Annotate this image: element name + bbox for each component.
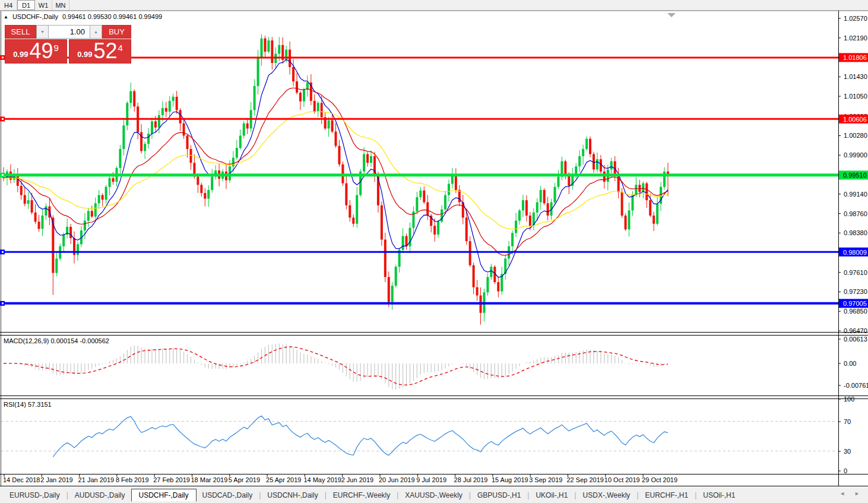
sell-price-button[interactable]: 0.99 49 9 (5, 39, 67, 64)
candle-body (465, 217, 468, 241)
macd-axis-label: 0.00613 (844, 336, 867, 343)
candle-body (585, 139, 588, 149)
date-tick-label: 10 Oct 2019 (604, 476, 640, 483)
candle-body (366, 154, 369, 163)
chart-tab-usdcnh-daily[interactable]: USDCNH-,Daily (261, 489, 324, 501)
candle-body (278, 45, 280, 54)
candle-body (416, 197, 418, 211)
candle-body (426, 203, 429, 216)
price-tick-label: 0.96470 (844, 327, 867, 334)
candle-body (154, 121, 157, 127)
chart-tab-eurchf-h1[interactable]: EURCHF-,H1 (639, 489, 695, 501)
date-tick-label: 5 Apr 2019 (229, 476, 260, 483)
tab-scroll-left-icon[interactable]: ◄ (840, 491, 845, 496)
chart-title: ▲ USDCHF-,Daily 0.99461 0.99530 0.99461 … (4, 13, 162, 20)
level-price-badge-label: 0.98009 (843, 249, 867, 256)
candle-body (261, 39, 263, 58)
candle-body (239, 135, 242, 148)
candle-body (20, 186, 23, 195)
candle-body (525, 200, 528, 216)
chart-tab-usdchf-daily[interactable]: USDCHF-,Daily (131, 489, 197, 502)
candle-body (55, 258, 58, 273)
chart-tab-audusd-daily[interactable]: AUDUSD-,Daily (69, 489, 131, 501)
candle-body (469, 241, 471, 265)
candle-body (451, 176, 454, 184)
date-tick-label: 29 Oct 2019 (642, 476, 677, 483)
candle-body (62, 235, 65, 246)
candle-body (299, 93, 302, 102)
candle-body (292, 67, 294, 81)
candle-body (649, 200, 651, 216)
candle-body (204, 193, 206, 198)
candle-body (356, 195, 358, 223)
volume-decrease-button[interactable]: ▾ (36, 25, 49, 39)
candle-body (522, 200, 524, 210)
level-price-badge-label: 1.01806 (843, 54, 867, 61)
chart-shift-triangle-icon[interactable] (667, 13, 676, 17)
chart-tab-usdx-weekly[interactable]: USDX-,Weekly (577, 489, 636, 501)
date-tick-label: 25 Apr 2019 (266, 476, 301, 483)
volume-input[interactable]: 1.00 (49, 25, 90, 39)
sell-price-big: 49 (29, 41, 53, 61)
candle-body (402, 236, 404, 249)
candle-body (529, 216, 531, 226)
date-tick-label: 8 Feb 2019 (116, 476, 149, 483)
macd-indicator-label: MACD(12,26,9) 0.000154 -0.000562 (4, 337, 109, 344)
candle-body (119, 149, 121, 168)
collapse-triangle-icon[interactable]: ▲ (4, 14, 8, 20)
buy-button[interactable]: BUY (102, 25, 131, 39)
date-tick-label: 2 Jun 2019 (341, 476, 373, 483)
candle-body (631, 195, 633, 210)
candle-body (423, 191, 425, 203)
chart-tab-usoil-h1[interactable]: USOil-,H1 (697, 489, 741, 501)
candle-body (158, 115, 160, 128)
candle-body (391, 286, 394, 302)
chart-tab-xauusd-weekly[interactable]: XAUUSD-,Weekly (399, 489, 468, 501)
rsi-axis-label: 100 (844, 396, 854, 403)
level-line-handle-dot (2, 174, 4, 176)
chart-tab-usdcad-daily[interactable]: USDCAD-,Daily (197, 489, 259, 501)
trading-terminal: { "toolbar": {"timeframes": ["H4", "D1",… (0, 0, 868, 503)
sell-button[interactable]: SELL (5, 25, 36, 39)
chart-tab-eurchf-weekly[interactable]: EURCHF-,Weekly (327, 489, 396, 501)
date-tick-label: 18 Mar 2019 (191, 476, 228, 483)
price-tick-label: 0.96850 (844, 308, 867, 315)
candle-body (264, 39, 266, 52)
buy-price-button[interactable]: 0.99 52 4 (69, 39, 131, 64)
chart-tab-eurusd-daily[interactable]: EURUSD-,Daily (4, 489, 66, 501)
tab-scroll-right-icon[interactable]: ► (854, 491, 860, 496)
chart-tab-ukoil-h1[interactable]: UKOil-,H1 (530, 489, 574, 501)
candle-body (243, 124, 245, 136)
candle-body (536, 203, 538, 213)
candle-body (109, 178, 111, 187)
candle-body (200, 185, 202, 193)
rsi-axis-label: 70 (844, 418, 851, 425)
rsi-name: RSI(14) (4, 401, 26, 408)
macd-values: 0.000154 -0.000562 (50, 337, 109, 344)
candle-body (652, 216, 655, 224)
rsi-axis-label: 30 (844, 448, 851, 455)
candle-body (433, 226, 436, 235)
candle-body (441, 210, 443, 222)
volume-increase-button[interactable]: ▴ (90, 25, 102, 39)
candle-body (486, 277, 489, 292)
candle-body (384, 240, 387, 277)
candle-body (105, 187, 107, 200)
chart-tab-gbpusd-h1[interactable]: GBPUSD-,H1 (471, 489, 527, 501)
candle-body (77, 244, 79, 255)
moving-average-fast (4, 59, 668, 277)
price-tick-label: 0.99900 (844, 151, 867, 159)
date-tick-label: 22 Sep 2019 (567, 476, 604, 483)
rsi-axis-label: 0 (844, 467, 847, 474)
candle-body (515, 221, 517, 233)
macd-axis-label: -0.007612 (844, 382, 868, 389)
candle-body (48, 206, 50, 217)
chart-tab-bar: EURUSD-,Daily|AUDUSD-,DailyUSDCHF-,Daily… (0, 487, 868, 503)
candle-body (17, 175, 19, 186)
candle-body (490, 267, 492, 277)
candle-body (408, 228, 411, 246)
candle-body (45, 206, 47, 216)
candle-body (625, 216, 627, 229)
candle-body (511, 233, 514, 246)
price-tick-label: 0.99140 (844, 191, 867, 198)
